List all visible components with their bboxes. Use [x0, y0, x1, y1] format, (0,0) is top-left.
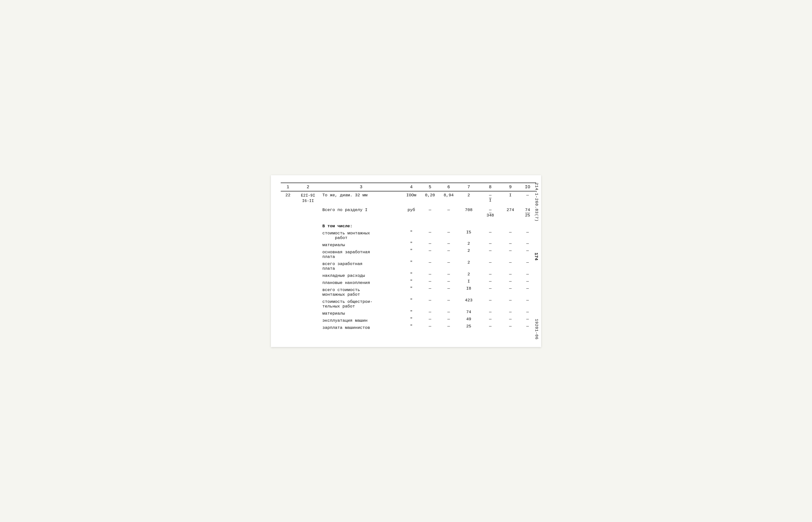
sub-col3-mat2: материалы: [321, 309, 401, 316]
table-row: 22 E2I-9II6-II То же, диам. 32 мм IOOм 0…: [281, 191, 536, 205]
sub-col3-obshchestroit: стоимость общестрои-тельных работ: [321, 298, 401, 309]
sub-col8: —: [479, 229, 502, 241]
col-header-3: 3: [321, 183, 401, 191]
sub-col10: —: [519, 229, 536, 241]
table-row: всего заработнаяплата " — — 2 — — —: [281, 260, 536, 272]
totals-col6: —: [439, 205, 459, 220]
table-row: всего стоимостьмонтажных работ " — — I8 …: [281, 286, 536, 298]
row-22-col10: —: [519, 191, 536, 205]
col-header-5: 5: [422, 183, 439, 191]
sub-col9: —: [502, 229, 519, 241]
col-header-6: 6: [439, 183, 459, 191]
fraction-II-I: — I: [489, 193, 491, 203]
row-22-col6: 8,94: [439, 191, 459, 205]
vtom-col10: [519, 220, 536, 229]
side-label-bottom: 19201-06: [534, 319, 539, 340]
sub-col3-ekspluatatsiya: эксплуатация машин: [321, 316, 401, 323]
page-container: 1 2 3 4 5 6 7 8 9 IO 22 E2I-9II6-II То ж…: [271, 175, 541, 347]
sub-col6: —: [439, 229, 459, 241]
sub-col3-zarplata: зарплата машинистов: [321, 323, 401, 330]
table-row: эксплуатация машин " — — 49 — — —: [281, 316, 536, 323]
totals-col1: [281, 205, 295, 220]
totals-col9: 274: [502, 205, 519, 220]
sub-col3-nakladn: накладные расходы: [321, 272, 401, 279]
table-row: основная заработнаяплата " — — 2 — — —: [281, 248, 536, 260]
table-row: зарплата машинистов " — — 25 — — —: [281, 323, 536, 330]
sub-col3-osnov: основная заработнаяплата: [321, 248, 401, 260]
sub-col5: —: [422, 229, 439, 241]
vtom-col6: [439, 220, 459, 229]
col-header-1: 1: [281, 183, 295, 191]
totals-col3: Всего по разделу I: [321, 205, 401, 220]
vtom-col4: [401, 220, 422, 229]
table-row: стоимость монтажных работ " — — I5 — — —: [281, 229, 536, 241]
vtom-col7: [459, 220, 479, 229]
totals-col4: руб: [401, 205, 422, 220]
row-22-col2: E2I-9II6-II: [295, 191, 321, 205]
table-row-section-header: В том числе:: [281, 220, 536, 229]
table-row: накладные расходы " — — 2 — — —: [281, 272, 536, 279]
vtom-col8: [479, 220, 502, 229]
col-header-10: IO: [519, 183, 536, 191]
vtom-col1: [281, 220, 295, 229]
row-22-col1: 22: [281, 191, 295, 205]
vtom-col2: [295, 220, 321, 229]
sub-col4: ": [401, 229, 422, 241]
col-header-9: 9: [502, 183, 519, 191]
table-row: стоимость общестрои-тельных работ " — — …: [281, 298, 536, 309]
totals-col10: 74 25: [519, 205, 536, 220]
vtom-col5: [422, 220, 439, 229]
table-header: 1 2 3 4 5 6 7 8 9 IO: [281, 183, 536, 191]
main-table: 1 2 3 4 5 6 7 8 9 IO 22 E2I-9II6-II То ж…: [281, 183, 536, 330]
side-label-174: 174: [534, 253, 539, 260]
table-row: материалы " — — 74 — — —: [281, 309, 536, 316]
totals-col2: [295, 205, 321, 220]
fraction-74-25: 74 25: [525, 208, 530, 218]
fraction-dash-348: — 348: [487, 208, 494, 218]
totals-col5: —: [422, 205, 439, 220]
vtom-col9: [502, 220, 519, 229]
row-22-col7: 2: [459, 191, 479, 205]
row-22-col9: I: [502, 191, 519, 205]
row-22-col4: IOOм: [401, 191, 422, 205]
sub-col3: стоимость монтажных работ: [321, 229, 401, 241]
col-header-4: 4: [401, 183, 422, 191]
side-label-top: 214-1-260.83(7): [534, 183, 539, 222]
col-header-2: 2: [295, 183, 321, 191]
vtom-col3: В том числе:: [321, 220, 401, 229]
table-row-totals: Всего по разделу I руб — — 708 — 348 274…: [281, 205, 536, 220]
row-22-col8: — I: [479, 191, 502, 205]
table-row: плановые накопления " — — I — — —: [281, 279, 536, 286]
row-22-col5: 0,20: [422, 191, 439, 205]
col-header-8: 8: [479, 183, 502, 191]
sub-col3-mat: материалы: [321, 241, 401, 248]
row-22-col3: То же, диам. 32 мм: [321, 191, 401, 205]
sub-col1: [281, 229, 295, 241]
totals-col7: 708: [459, 205, 479, 220]
totals-col8: — 348: [479, 205, 502, 220]
sub-col7: I5: [459, 229, 479, 241]
sub-col3-vsego-zp: всего заработнаяплата: [321, 260, 401, 272]
col-header-7: 7: [459, 183, 479, 191]
sub-col3-planov: плановые накопления: [321, 279, 401, 286]
table-row: материалы " — — 2 — — —: [281, 241, 536, 248]
sub-col3-vsego-stoimost: всего стоимостьмонтажных работ: [321, 286, 401, 298]
sub-col2: [295, 229, 321, 241]
